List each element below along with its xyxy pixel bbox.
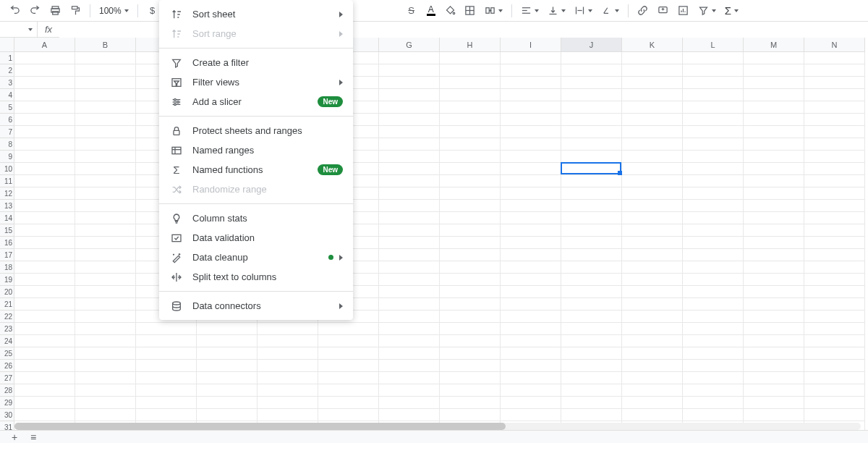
cell[interactable]: [501, 212, 561, 224]
add-sheet-button[interactable]: +: [7, 431, 22, 443]
cell[interactable]: [561, 323, 622, 335]
cell[interactable]: [440, 347, 501, 360]
cell[interactable]: [75, 372, 136, 384]
cell[interactable]: [744, 77, 804, 89]
cell[interactable]: [14, 372, 75, 384]
cell[interactable]: [744, 261, 804, 274]
cell[interactable]: [379, 224, 440, 237]
cell[interactable]: [379, 64, 440, 77]
cell[interactable]: [744, 335, 804, 347]
cell[interactable]: [379, 397, 440, 409]
cell[interactable]: [379, 175, 440, 187]
cell[interactable]: [75, 114, 136, 126]
select-all-corner[interactable]: [0, 38, 14, 52]
cell[interactable]: [501, 89, 561, 101]
cell[interactable]: [622, 64, 683, 77]
cell[interactable]: [379, 151, 440, 163]
cell[interactable]: [744, 311, 804, 323]
cell[interactable]: [258, 409, 318, 421]
cell[interactable]: [318, 335, 379, 347]
cell[interactable]: [440, 384, 501, 397]
cell[interactable]: [501, 347, 561, 360]
cell[interactable]: [501, 224, 561, 237]
cell[interactable]: [440, 138, 501, 151]
menu-item-split-text[interactable]: Split text to columns: [159, 267, 353, 287]
row-header[interactable]: 8: [0, 138, 14, 151]
cell[interactable]: [744, 138, 804, 151]
cell[interactable]: [744, 175, 804, 187]
cell[interactable]: [318, 384, 379, 397]
cell[interactable]: [379, 237, 440, 249]
align-h-button[interactable]: [518, 2, 542, 20]
cell[interactable]: [804, 409, 865, 421]
row-header[interactable]: 22: [0, 311, 14, 323]
cell[interactable]: [75, 126, 136, 138]
row-header[interactable]: 4: [0, 89, 14, 101]
cell[interactable]: [804, 101, 865, 114]
cell[interactable]: [744, 212, 804, 224]
row-header[interactable]: 29: [0, 397, 14, 409]
cell[interactable]: [14, 274, 75, 286]
cell[interactable]: [75, 261, 136, 274]
cell[interactable]: [136, 397, 197, 409]
row-header[interactable]: 1: [0, 52, 14, 64]
cell[interactable]: [744, 114, 804, 126]
cell[interactable]: [14, 360, 75, 372]
name-box[interactable]: [0, 22, 38, 38]
cell[interactable]: [75, 360, 136, 372]
cell[interactable]: [14, 187, 75, 200]
cell[interactable]: [804, 311, 865, 323]
cell[interactable]: [561, 286, 622, 298]
cell[interactable]: [622, 298, 683, 311]
cell[interactable]: [622, 89, 683, 101]
cell[interactable]: [75, 52, 136, 64]
cell[interactable]: [683, 101, 744, 114]
cell[interactable]: [744, 384, 804, 397]
cell[interactable]: [804, 237, 865, 249]
cell[interactable]: [379, 52, 440, 64]
cell[interactable]: [14, 89, 75, 101]
cell[interactable]: [501, 175, 561, 187]
cell[interactable]: [683, 409, 744, 421]
cell[interactable]: [379, 347, 440, 360]
row-header[interactable]: 14: [0, 212, 14, 224]
row-header[interactable]: 5: [0, 101, 14, 114]
row-header[interactable]: 16: [0, 237, 14, 249]
cell[interactable]: [440, 249, 501, 261]
insert-link-button[interactable]: [634, 2, 652, 20]
cell[interactable]: [683, 298, 744, 311]
cell[interactable]: [440, 286, 501, 298]
cell[interactable]: [258, 372, 318, 384]
cell[interactable]: [501, 298, 561, 311]
cell[interactable]: [683, 175, 744, 187]
cell[interactable]: [744, 274, 804, 286]
cell[interactable]: [683, 224, 744, 237]
row-header[interactable]: 6: [0, 114, 14, 126]
row-header[interactable]: 28: [0, 384, 14, 397]
cell[interactable]: [683, 397, 744, 409]
menu-item-data-validation[interactable]: Data validation: [159, 228, 353, 248]
cell[interactable]: [622, 52, 683, 64]
cell[interactable]: [75, 175, 136, 187]
row-header[interactable]: 21: [0, 298, 14, 311]
cell[interactable]: [75, 286, 136, 298]
cell[interactable]: [622, 274, 683, 286]
cell[interactable]: [804, 323, 865, 335]
cell[interactable]: [75, 311, 136, 323]
cell[interactable]: [804, 200, 865, 212]
cell[interactable]: [501, 64, 561, 77]
cell[interactable]: [501, 52, 561, 64]
row-header[interactable]: 17: [0, 249, 14, 261]
cell[interactable]: [744, 347, 804, 360]
row-header[interactable]: 13: [0, 200, 14, 212]
cell[interactable]: [14, 237, 75, 249]
column-header[interactable]: G: [379, 38, 440, 52]
row-header[interactable]: 3: [0, 77, 14, 89]
cell[interactable]: [75, 323, 136, 335]
cell[interactable]: [75, 138, 136, 151]
cell[interactable]: [622, 126, 683, 138]
cell[interactable]: [75, 101, 136, 114]
menu-item-named-ranges[interactable]: Named ranges: [159, 140, 353, 160]
cell[interactable]: [379, 200, 440, 212]
cell[interactable]: [440, 200, 501, 212]
